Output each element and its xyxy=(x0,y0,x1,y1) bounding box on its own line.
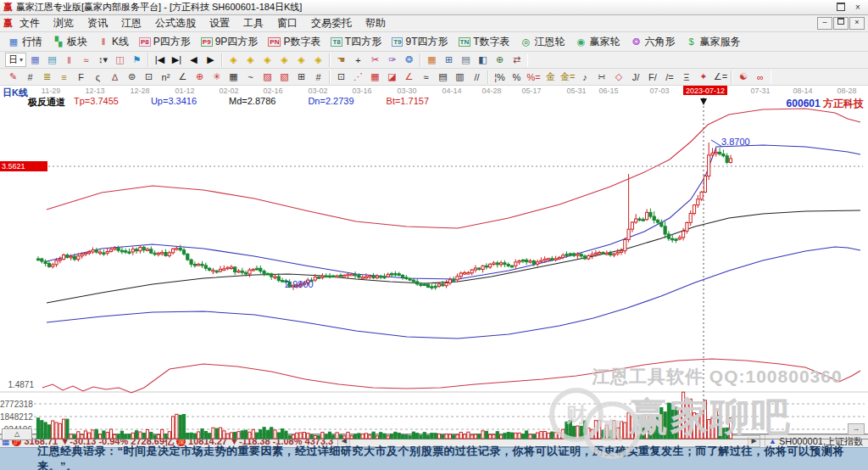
draw-flag-icon[interactable]: ⚑ xyxy=(129,53,145,67)
zoom-out-icon[interactable]: ◈ xyxy=(225,53,242,67)
menu-item-资讯[interactable]: 资讯 xyxy=(81,15,114,31)
zigzag-icon[interactable]: ≈ xyxy=(418,70,434,84)
fan-lines-icon[interactable]: ⋰ xyxy=(350,70,366,84)
star-icon[interactable]: ✦ xyxy=(695,70,711,84)
menu-item-帮助[interactable]: 帮助 xyxy=(359,15,392,31)
ratio-icon[interactable]: ¦% xyxy=(492,70,508,84)
trend-icon[interactable]: Ξ xyxy=(678,70,694,84)
memo-icon[interactable]: ▤ xyxy=(458,53,474,67)
star-line-icon[interactable]: ✳ xyxy=(209,70,225,84)
ninet-square-button[interactable]: T99T四方形 xyxy=(387,34,452,50)
kline-mark-2-icon[interactable]: ▧ xyxy=(276,70,292,84)
zoom-in-icon[interactable]: ◈ xyxy=(242,53,259,67)
t-table-button[interactable]: TNT数字表 xyxy=(454,34,515,50)
f-slash-icon[interactable]: F/ xyxy=(644,70,660,84)
service-button[interactable]: $赢家服务 xyxy=(682,34,745,50)
first-bar-icon[interactable]: |◀ xyxy=(152,53,168,67)
next-bar-icon[interactable]: ▶ xyxy=(203,53,219,67)
zoom-fit-icon[interactable]: ◈ xyxy=(293,53,309,67)
window-layout-icon[interactable]: ▦ xyxy=(27,53,43,67)
ninep-square-button[interactable]: P99P四方形 xyxy=(197,34,262,50)
t-square-button[interactable]: T8T四方形 xyxy=(326,34,386,50)
chart-scroll-right-button[interactable]: → xyxy=(848,423,865,435)
table-grid-icon[interactable]: ▤ xyxy=(435,70,451,84)
range-icon[interactable]: ∠= xyxy=(712,70,728,84)
grid-box-icon[interactable]: ▦ xyxy=(225,70,242,84)
scale-toggle-icon[interactable]: ↕▾ xyxy=(95,53,111,67)
diamond-line-icon[interactable]: ◇ xyxy=(610,70,626,84)
chart-area[interactable]: 11-2912-1312-2801-1202-0202-1603-0203-16… xyxy=(0,86,868,434)
last-bar-icon[interactable]: ▶| xyxy=(169,53,185,67)
f-line-icon[interactable]: F xyxy=(73,70,89,84)
winner-wheel-button[interactable]: ◉赢家轮 xyxy=(571,34,625,50)
p-table-button[interactable]: PNP数字表 xyxy=(264,34,325,50)
kline-style-2-icon[interactable]: ≈ xyxy=(78,53,94,67)
symmetry-icon[interactable]: # xyxy=(310,70,326,84)
calendar-icon[interactable]: ▦ xyxy=(424,53,440,67)
menu-item-设置[interactable]: 设置 xyxy=(203,15,236,31)
angle-icon[interactable]: ∆ xyxy=(107,70,123,84)
edit-tool-icon[interactable]: ✑ xyxy=(384,53,400,67)
period-dropdown[interactable]: 日▾ xyxy=(5,53,26,67)
menu-item-文件[interactable]: 文件 xyxy=(13,15,47,31)
mdi-restore-button[interactable] xyxy=(833,17,849,30)
percent-icon[interactable]: % xyxy=(509,70,525,84)
calculator-icon[interactable]: ⊞ xyxy=(441,53,457,67)
red-grid-icon[interactable]: ▦ xyxy=(367,70,383,84)
close-window-button[interactable]: × xyxy=(851,2,865,13)
hand-tool-icon[interactable]: ☚ xyxy=(333,53,349,67)
slash-group-icon[interactable]: // xyxy=(469,70,485,84)
quotes-button[interactable]: ▦行情 xyxy=(3,34,47,50)
kline-mark-icon[interactable]: ▨ xyxy=(259,70,275,84)
circle-cross-icon[interactable]: ⊕ xyxy=(192,70,208,84)
vline-group-icon[interactable]: # xyxy=(22,70,38,84)
transfer-icon[interactable]: ⇄ xyxy=(509,53,525,67)
table-grid-2-icon[interactable]: ▥ xyxy=(452,70,468,84)
infinity-icon[interactable]: ∞ xyxy=(752,70,768,84)
globe-tool-icon[interactable]: ❂ xyxy=(401,53,417,67)
slash-eq-icon[interactable]: /= xyxy=(661,70,677,84)
square-n2-icon[interactable]: n² xyxy=(158,70,174,84)
hexagon-button[interactable]: ❂六角形 xyxy=(626,34,680,50)
zoom-v-icon[interactable]: ◈ xyxy=(276,53,292,67)
grid-2-icon[interactable]: ⊞ xyxy=(293,70,309,84)
crosshair-tool-icon[interactable]: + xyxy=(350,53,366,67)
save-icon[interactable]: ◧ xyxy=(475,53,491,67)
zoom-all-icon[interactable]: ◈ xyxy=(310,53,326,67)
protractor-icon[interactable]: ∠ xyxy=(175,70,191,84)
j-slash-icon[interactable]: J/ xyxy=(627,70,643,84)
dense-line-icon[interactable]: ⊡ xyxy=(141,70,157,84)
spiral-icon[interactable]: ς xyxy=(90,70,106,84)
gann-grid-icon[interactable]: ≣ xyxy=(39,70,55,84)
menu-item-交易委托[interactable]: 交易委托 xyxy=(304,15,359,31)
kline-style-icon[interactable]: ‖ xyxy=(61,53,77,67)
golden-eq-icon[interactable]: 金= xyxy=(559,70,576,84)
split-icon[interactable]: ∺ xyxy=(593,70,609,84)
angle-line-icon[interactable]: ∠ xyxy=(401,70,417,84)
export-icon[interactable]: ⊕ xyxy=(492,53,508,67)
expand-volume-button[interactable]: △ xyxy=(2,428,32,440)
p-square-button[interactable]: P8P四方形 xyxy=(135,34,195,50)
arc-icon[interactable]: ⊜ xyxy=(124,70,140,84)
yin-yang-icon[interactable]: ☯ xyxy=(735,70,751,84)
mdi-system-icon[interactable]: 赢 xyxy=(3,17,13,30)
note-line-icon[interactable]: ♪ xyxy=(576,70,593,84)
red-block-icon[interactable]: ◪ xyxy=(384,70,400,84)
prev-bar-icon[interactable]: ◀ xyxy=(186,53,202,67)
rect-tool-icon[interactable]: ⊡ xyxy=(333,70,349,84)
cut-tool-icon[interactable]: ✂ xyxy=(367,53,383,67)
pen-tool-icon[interactable]: ✎ xyxy=(5,70,21,84)
info-panel-icon[interactable]: ▤ xyxy=(44,53,60,67)
menu-item-公式选股[interactable]: 公式选股 xyxy=(148,15,203,31)
gann-grid-2-icon[interactable]: ≡ xyxy=(56,70,72,84)
percent-eq-icon[interactable]: %= xyxy=(526,70,542,84)
menu-item-工具[interactable]: 工具 xyxy=(236,15,270,31)
kline-button[interactable]: ‖K线 xyxy=(93,34,133,50)
menu-item-江恩[interactable]: 江恩 xyxy=(114,15,148,31)
menu-item-浏览[interactable]: 浏览 xyxy=(47,15,81,31)
mdi-close-button[interactable]: × xyxy=(849,17,865,30)
restore-window-button[interactable] xyxy=(834,2,848,13)
zoom-h-icon[interactable]: ◈ xyxy=(259,53,275,67)
sectors-button[interactable]: ▚板块 xyxy=(48,34,92,50)
mdi-minimize-button[interactable]: – xyxy=(817,17,832,30)
